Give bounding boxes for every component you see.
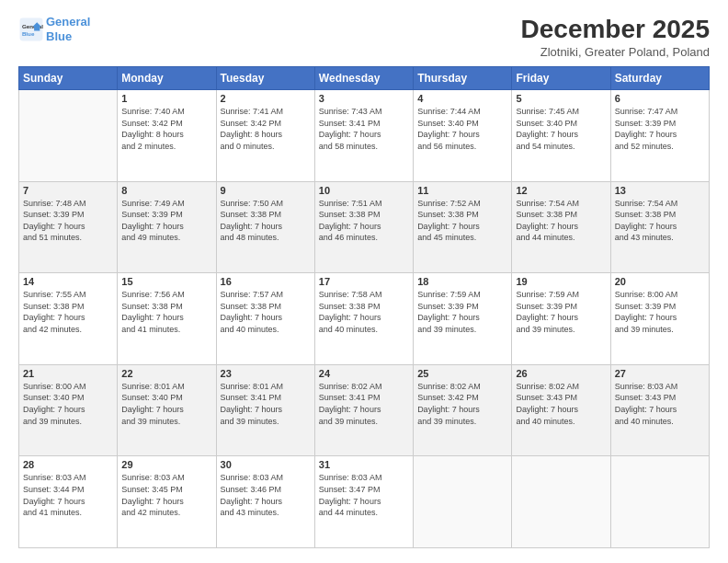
day-info: Sunrise: 7:52 AM Sunset: 3:38 PM Dayligh…	[417, 198, 507, 244]
day-number: 9	[221, 185, 311, 196]
calendar-cell: 12Sunrise: 7:54 AM Sunset: 3:38 PM Dayli…	[512, 181, 610, 273]
day-number: 2	[221, 93, 311, 104]
calendar-week-row: 1Sunrise: 7:40 AM Sunset: 3:42 PM Daylig…	[19, 90, 710, 182]
day-info: Sunrise: 7:43 AM Sunset: 3:41 PM Dayligh…	[319, 106, 409, 152]
calendar-cell: 30Sunrise: 8:03 AM Sunset: 3:46 PM Dayli…	[216, 456, 314, 548]
calendar-week-row: 7Sunrise: 7:48 AM Sunset: 3:39 PM Daylig…	[19, 181, 710, 273]
day-number: 16	[221, 276, 311, 287]
day-number: 1	[121, 93, 211, 104]
day-number: 7	[23, 185, 113, 196]
day-number: 27	[615, 368, 705, 379]
calendar-cell: 16Sunrise: 7:57 AM Sunset: 3:38 PM Dayli…	[216, 273, 314, 365]
day-info: Sunrise: 7:41 AM Sunset: 3:42 PM Dayligh…	[221, 106, 311, 152]
day-number: 15	[121, 276, 211, 287]
calendar-cell: 13Sunrise: 7:54 AM Sunset: 3:38 PM Dayli…	[610, 181, 709, 273]
day-number: 20	[615, 276, 705, 287]
day-number: 3	[319, 93, 409, 104]
calendar-cell: 19Sunrise: 7:59 AM Sunset: 3:39 PM Dayli…	[512, 273, 610, 365]
calendar-cell: 11Sunrise: 7:52 AM Sunset: 3:38 PM Dayli…	[414, 181, 512, 273]
col-thursday: Thursday	[414, 67, 512, 90]
calendar-cell: 5Sunrise: 7:45 AM Sunset: 3:40 PM Daylig…	[512, 90, 610, 182]
day-number: 19	[516, 276, 606, 287]
day-number: 6	[615, 93, 705, 104]
day-info: Sunrise: 8:03 AM Sunset: 3:43 PM Dayligh…	[615, 381, 705, 427]
day-info: Sunrise: 7:58 AM Sunset: 3:38 PM Dayligh…	[319, 289, 409, 335]
calendar-cell: 15Sunrise: 7:56 AM Sunset: 3:38 PM Dayli…	[118, 273, 216, 365]
logo-text: GeneralBlue	[46, 15, 90, 43]
calendar-week-row: 14Sunrise: 7:55 AM Sunset: 3:38 PM Dayli…	[19, 273, 710, 365]
calendar-cell: 10Sunrise: 7:51 AM Sunset: 3:38 PM Dayli…	[314, 181, 413, 273]
calendar-cell: 14Sunrise: 7:55 AM Sunset: 3:38 PM Dayli…	[19, 273, 118, 365]
day-info: Sunrise: 7:57 AM Sunset: 3:38 PM Dayligh…	[221, 289, 311, 335]
day-number: 28	[23, 459, 113, 470]
day-info: Sunrise: 7:47 AM Sunset: 3:39 PM Dayligh…	[615, 106, 705, 152]
calendar-cell: 4Sunrise: 7:44 AM Sunset: 3:40 PM Daylig…	[414, 90, 512, 182]
day-number: 5	[516, 93, 606, 104]
day-info: Sunrise: 8:02 AM Sunset: 3:41 PM Dayligh…	[319, 381, 409, 427]
day-info: Sunrise: 7:49 AM Sunset: 3:39 PM Dayligh…	[121, 198, 211, 244]
day-info: Sunrise: 8:02 AM Sunset: 3:43 PM Dayligh…	[516, 381, 606, 427]
day-info: Sunrise: 7:40 AM Sunset: 3:42 PM Dayligh…	[121, 106, 211, 152]
calendar-cell	[19, 90, 118, 182]
calendar-cell: 21Sunrise: 8:00 AM Sunset: 3:40 PM Dayli…	[19, 364, 118, 456]
col-friday: Friday	[512, 67, 610, 90]
calendar-cell: 24Sunrise: 8:02 AM Sunset: 3:41 PM Dayli…	[314, 364, 413, 456]
logo: General Blue GeneralBlue	[18, 15, 90, 43]
calendar-cell: 8Sunrise: 7:49 AM Sunset: 3:39 PM Daylig…	[118, 181, 216, 273]
calendar-cell: 7Sunrise: 7:48 AM Sunset: 3:39 PM Daylig…	[19, 181, 118, 273]
day-number: 4	[417, 93, 507, 104]
calendar-cell	[610, 456, 709, 548]
day-number: 31	[319, 459, 409, 470]
day-number: 26	[516, 368, 606, 379]
day-info: Sunrise: 7:55 AM Sunset: 3:38 PM Dayligh…	[23, 289, 113, 335]
title-block: December 2025 Zlotniki, Greater Poland, …	[521, 15, 710, 59]
location: Zlotniki, Greater Poland, Poland	[521, 45, 710, 59]
day-number: 18	[417, 276, 507, 287]
col-tuesday: Tuesday	[216, 67, 314, 90]
calendar-cell: 31Sunrise: 8:03 AM Sunset: 3:47 PM Dayli…	[314, 456, 413, 548]
col-wednesday: Wednesday	[314, 67, 413, 90]
day-info: Sunrise: 7:54 AM Sunset: 3:38 PM Dayligh…	[615, 198, 705, 244]
day-info: Sunrise: 7:56 AM Sunset: 3:38 PM Dayligh…	[121, 289, 211, 335]
col-sunday: Sunday	[19, 67, 118, 90]
calendar-cell: 9Sunrise: 7:50 AM Sunset: 3:38 PM Daylig…	[216, 181, 314, 273]
day-info: Sunrise: 7:48 AM Sunset: 3:39 PM Dayligh…	[23, 198, 113, 244]
logo-icon: General Blue	[18, 17, 44, 42]
day-number: 8	[121, 185, 211, 196]
calendar-cell: 17Sunrise: 7:58 AM Sunset: 3:38 PM Dayli…	[314, 273, 413, 365]
day-number: 13	[615, 185, 705, 196]
calendar-cell: 29Sunrise: 8:03 AM Sunset: 3:45 PM Dayli…	[118, 456, 216, 548]
calendar-week-row: 21Sunrise: 8:00 AM Sunset: 3:40 PM Dayli…	[19, 364, 710, 456]
day-number: 10	[319, 185, 409, 196]
calendar-header-row: Sunday Monday Tuesday Wednesday Thursday…	[19, 67, 710, 90]
calendar-week-row: 28Sunrise: 8:03 AM Sunset: 3:44 PM Dayli…	[19, 456, 710, 548]
day-info: Sunrise: 7:50 AM Sunset: 3:38 PM Dayligh…	[221, 198, 311, 244]
day-info: Sunrise: 8:00 AM Sunset: 3:40 PM Dayligh…	[23, 381, 113, 427]
day-info: Sunrise: 7:44 AM Sunset: 3:40 PM Dayligh…	[417, 106, 507, 152]
day-info: Sunrise: 8:03 AM Sunset: 3:45 PM Dayligh…	[121, 472, 211, 518]
day-number: 23	[221, 368, 311, 379]
day-number: 30	[221, 459, 311, 470]
header: General Blue GeneralBlue December 2025 Z…	[18, 15, 710, 59]
col-monday: Monday	[118, 67, 216, 90]
svg-text:Blue: Blue	[22, 30, 35, 37]
calendar-cell: 23Sunrise: 8:01 AM Sunset: 3:41 PM Dayli…	[216, 364, 314, 456]
calendar-cell: 6Sunrise: 7:47 AM Sunset: 3:39 PM Daylig…	[610, 90, 709, 182]
day-info: Sunrise: 8:00 AM Sunset: 3:39 PM Dayligh…	[615, 289, 705, 335]
calendar-cell: 1Sunrise: 7:40 AM Sunset: 3:42 PM Daylig…	[118, 90, 216, 182]
day-info: Sunrise: 7:51 AM Sunset: 3:38 PM Dayligh…	[319, 198, 409, 244]
day-info: Sunrise: 7:59 AM Sunset: 3:39 PM Dayligh…	[516, 289, 606, 335]
day-info: Sunrise: 7:54 AM Sunset: 3:38 PM Dayligh…	[516, 198, 606, 244]
calendar-cell: 3Sunrise: 7:43 AM Sunset: 3:41 PM Daylig…	[314, 90, 413, 182]
calendar-cell: 27Sunrise: 8:03 AM Sunset: 3:43 PM Dayli…	[610, 364, 709, 456]
day-number: 22	[121, 368, 211, 379]
day-info: Sunrise: 8:03 AM Sunset: 3:47 PM Dayligh…	[319, 472, 409, 518]
calendar-cell	[512, 456, 610, 548]
day-number: 14	[23, 276, 113, 287]
day-info: Sunrise: 7:59 AM Sunset: 3:39 PM Dayligh…	[417, 289, 507, 335]
day-number: 21	[23, 368, 113, 379]
day-info: Sunrise: 8:01 AM Sunset: 3:40 PM Dayligh…	[121, 381, 211, 427]
day-info: Sunrise: 8:01 AM Sunset: 3:41 PM Dayligh…	[221, 381, 311, 427]
calendar-table: Sunday Monday Tuesday Wednesday Thursday…	[18, 66, 710, 548]
month-title: December 2025	[521, 15, 710, 44]
